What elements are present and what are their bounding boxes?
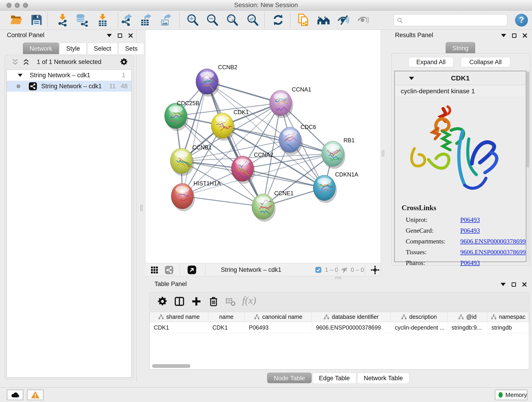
network-node-CCNE1[interactable]: CCNE1 <box>252 190 293 222</box>
panel-menu-icon[interactable] <box>500 283 506 286</box>
node-details-header[interactable]: CDK1 <box>395 71 526 85</box>
selected-checkbox-icon[interactable] <box>315 266 322 274</box>
column-header-database-identifier[interactable]: database identifier <box>312 312 391 322</box>
export-table-icon[interactable] <box>139 13 153 27</box>
delete-column-icon[interactable] <box>208 296 219 307</box>
collection-name: String Network – cdk1 <box>30 70 90 81</box>
open-session-icon[interactable] <box>10 13 23 27</box>
tab-style[interactable]: Style <box>60 43 87 54</box>
tab-string[interactable]: String <box>446 42 475 54</box>
network-edge-CCNB2-CCNE1[interactable] <box>207 82 263 207</box>
memory-button[interactable]: Memory <box>495 390 527 400</box>
node-label-CDC6: CDC6 <box>301 124 316 130</box>
results-scrollbar[interactable] <box>526 71 530 262</box>
network-name: String Network – cdk1 <box>41 81 102 92</box>
network-node-RB1[interactable]: RB1 <box>322 137 355 169</box>
grid-view-icon[interactable] <box>150 266 158 275</box>
export-image-icon[interactable] <box>159 13 173 27</box>
import-network-file-icon[interactable] <box>56 13 69 27</box>
node-name-heading: CDK1 <box>395 71 526 85</box>
search-input[interactable] <box>405 15 503 25</box>
string-network-graph[interactable]: CCNB2CCNA1CDC25BCDK1CDC6RB1CCNB1CCNA2CDK… <box>146 30 380 263</box>
crosslink-tissues-link[interactable]: 9606.ENSP00000378699 <box>460 249 526 256</box>
column-header-description[interactable]: description <box>391 312 447 322</box>
statusbar-separator <box>337 265 337 275</box>
crosslink-compartments-link[interactable]: 9606.ENSP00000378699 <box>460 238 526 245</box>
panel-close-icon[interactable] <box>522 282 527 287</box>
first-neighbors-icon[interactable] <box>317 13 330 27</box>
collapse-all-button[interactable]: Collapse All <box>461 57 510 67</box>
tab-select[interactable]: Select <box>87 43 118 54</box>
network-options-gear-icon[interactable] <box>120 57 128 66</box>
table-panel-title: Table Panel <box>154 281 187 288</box>
create-column-icon[interactable] <box>191 296 202 307</box>
network-row[interactable]: String Network – cdk1 11 48 <box>7 81 131 92</box>
crosslink-pharos-link[interactable]: P06493 <box>460 259 480 267</box>
main-toolbar: ? <box>0 11 532 30</box>
show-all-icon[interactable] <box>357 13 370 27</box>
network-node-CDC25B[interactable]: CDC25B <box>165 100 199 131</box>
export-network-icon[interactable] <box>120 13 133 27</box>
cloud-status-button[interactable] <box>7 390 23 400</box>
panel-float-icon[interactable] <box>118 33 122 38</box>
collection-expand-icon[interactable] <box>18 74 22 77</box>
results-panel-title: Results Panel <box>395 32 433 39</box>
warnings-button[interactable] <box>27 390 44 400</box>
panel-menu-icon[interactable] <box>501 34 506 37</box>
network-collection-row[interactable]: String Network – cdk1 1 <box>7 70 131 81</box>
zoom-selected-icon[interactable] <box>246 13 259 27</box>
network-node-CDC6[interactable]: CDC6 <box>279 124 316 155</box>
hidden-eye-icon[interactable] <box>341 266 349 275</box>
delete-table-icon[interactable] <box>225 296 236 307</box>
network-node-CDKN1A[interactable]: CDKN1A <box>313 171 358 203</box>
zoom-in-icon[interactable] <box>186 13 199 27</box>
table-toolbar: f(x) <box>149 292 529 310</box>
expand-all-button[interactable]: Expand All <box>409 57 453 67</box>
tab-edge-table[interactable]: Edge Table <box>312 373 356 383</box>
network-node-CCNB2[interactable]: CCNB2 <box>196 64 237 97</box>
help-icon[interactable]: ? <box>515 14 528 27</box>
network-view-canvas[interactable]: CCNB2CCNA1CDC25BCDK1CDC6RB1CCNB1CCNA2CDK… <box>145 30 381 263</box>
import-network-database-icon[interactable] <box>75 13 88 27</box>
crosslink-uniprot-link[interactable]: P06493 <box>460 216 480 223</box>
hide-selected-icon[interactable] <box>337 13 350 27</box>
panel-close-icon[interactable] <box>128 33 133 38</box>
column-header-name[interactable]: name <box>208 312 245 322</box>
vertical-splitter-handle[interactable] <box>140 205 143 211</box>
panel-menu-icon[interactable] <box>107 34 112 37</box>
save-session-icon[interactable] <box>30 13 43 27</box>
column-header-namespace[interactable]: namespac <box>487 312 529 322</box>
zoom-fit-content-icon[interactable] <box>226 13 239 27</box>
network-edge-CCNB2-HIST1H1A[interactable] <box>182 82 207 196</box>
table-row[interactable]: CDK1 CDK1 P06493 9606.ENSP00000378699 cy… <box>150 322 529 333</box>
network-node-CCNA1[interactable]: CCNA1 <box>269 86 311 118</box>
column-header-id[interactable]: @id <box>447 312 487 322</box>
tab-node-table[interactable]: Node Table <box>267 373 312 383</box>
duplicate-network-icon[interactable] <box>297 13 310 27</box>
pan-crosshair-icon[interactable] <box>370 265 380 276</box>
column-header-shared-name[interactable]: shared name <box>150 312 208 322</box>
network-view-mode-icon[interactable] <box>165 265 174 275</box>
table-horizontal-scrollbar[interactable] <box>152 364 190 368</box>
show-columns-icon[interactable] <box>174 296 185 307</box>
import-table-file-icon[interactable] <box>96 13 109 27</box>
column-header-canonical-name[interactable]: canonical name <box>245 312 312 322</box>
crosslink-genecard-link[interactable]: P06493 <box>460 227 480 234</box>
panel-float-icon[interactable] <box>512 33 516 38</box>
statusbar-separator <box>180 265 180 275</box>
tab-sets[interactable]: Sets <box>119 43 144 54</box>
function-builder-icon[interactable]: f(x) <box>242 294 256 306</box>
refresh-layout-icon[interactable] <box>272 13 285 27</box>
panel-float-icon[interactable] <box>512 282 516 287</box>
table-panel: Table Panel f(x) shared name n <box>145 279 532 386</box>
table-options-gear-icon[interactable] <box>157 296 168 307</box>
network-node-HIST1H1A[interactable]: HIST1H1A <box>171 180 221 211</box>
panel-close-icon[interactable] <box>522 33 527 38</box>
tab-network[interactable]: Network <box>23 43 59 54</box>
crosslinks-section: CrossLinks Uniprot: P06493 GeneCard: P06… <box>395 204 526 268</box>
birds-eye-view-icon[interactable] <box>187 265 197 276</box>
zoom-out-icon[interactable] <box>206 13 219 27</box>
crosslink-row: Compartments: 9606.ENSP00000378699 <box>395 236 526 247</box>
vertical-splitter-handle[interactable] <box>382 150 384 157</box>
tab-network-table[interactable]: Network Table <box>357 373 410 383</box>
